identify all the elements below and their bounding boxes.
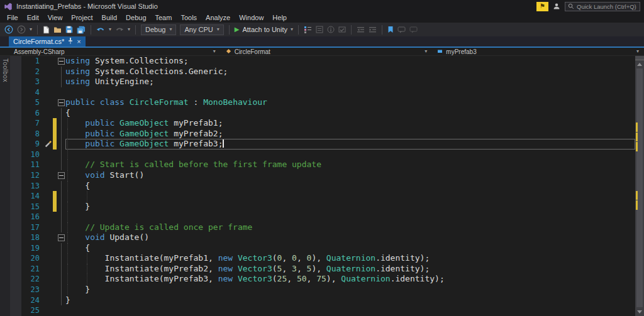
undo-icon[interactable] — [96, 24, 105, 35]
line-number[interactable]: 5 — [21, 97, 43, 108]
line-number[interactable]: 10 — [21, 150, 43, 160]
account-icon[interactable] — [553, 1, 560, 12]
outline-margin[interactable] — [57, 253, 65, 264]
line-number[interactable]: 23 — [21, 285, 43, 295]
breakpoint-margin[interactable] — [10, 295, 21, 306]
breakpoint-margin[interactable] — [10, 202, 21, 212]
outline-margin[interactable] — [57, 264, 65, 275]
quick-launch-box[interactable]: Quick Launch (Ctrl+Q) — [565, 2, 640, 11]
fold-collapse-icon[interactable] — [58, 234, 65, 241]
solution-configuration-dropdown[interactable]: Debug ▾ — [141, 25, 176, 35]
line-number[interactable]: 7 — [21, 118, 43, 129]
scroll-up-arrow-icon[interactable] — [635, 60, 644, 68]
breakpoint-margin[interactable] — [10, 56, 21, 67]
line-number[interactable]: 12 — [21, 170, 43, 181]
save-all-icon[interactable] — [77, 24, 86, 35]
breakpoint-margin[interactable] — [10, 160, 21, 170]
vertical-scrollbar[interactable] — [635, 56, 644, 316]
fold-collapse-icon[interactable] — [58, 58, 65, 65]
breakpoint-margin[interactable] — [10, 253, 21, 264]
menu-build[interactable]: Build — [97, 14, 121, 21]
outline-margin[interactable] — [57, 87, 65, 98]
code-text[interactable] — [65, 305, 635, 316]
scroll-down-arrow-icon[interactable] — [635, 308, 644, 316]
split-handle[interactable] — [635, 56, 644, 60]
redo-icon[interactable] — [115, 24, 124, 35]
line-number[interactable]: 17 — [21, 222, 43, 233]
code-text[interactable]: Instantiate(myPrefab3, new Vector3(25, 5… — [65, 274, 635, 285]
code-text[interactable] — [65, 212, 635, 222]
chevron-down-icon[interactable]: ▾ — [109, 27, 111, 32]
fold-collapse-icon[interactable] — [58, 99, 65, 106]
line-number[interactable]: 4 — [21, 87, 43, 98]
uncomment-icon[interactable] — [409, 24, 418, 35]
line-number[interactable]: 15 — [21, 202, 43, 212]
line-number[interactable]: 24 — [21, 295, 43, 306]
outline-margin[interactable] — [57, 305, 65, 316]
menu-analyze[interactable]: Analyze — [201, 14, 235, 21]
code-text[interactable]: public GameObject myPrefab2; — [65, 129, 635, 139]
code-text[interactable]: { — [65, 243, 635, 254]
open-file-icon[interactable] — [53, 24, 62, 35]
line-number[interactable]: 6 — [21, 108, 43, 119]
nav-forward-icon[interactable] — [17, 24, 26, 35]
breakpoint-margin[interactable] — [10, 285, 21, 295]
outline-margin[interactable] — [57, 243, 65, 254]
chevron-down-icon[interactable]: ▾ — [128, 27, 130, 32]
outline-margin[interactable] — [57, 97, 65, 108]
menu-edit[interactable]: Edit — [23, 14, 43, 21]
menu-window[interactable]: Window — [235, 14, 268, 21]
breakpoint-margin[interactable] — [10, 232, 21, 243]
project-dropdown[interactable]: Assembly-CSharp ▾ — [0, 48, 221, 55]
outline-margin[interactable] — [57, 274, 65, 285]
fold-collapse-icon[interactable] — [58, 172, 65, 179]
outline-margin[interactable] — [57, 118, 65, 129]
outline-margin[interactable] — [57, 181, 65, 192]
code-text[interactable]: using System.Collections; — [65, 56, 635, 67]
line-number[interactable]: 22 — [21, 274, 43, 285]
line-number[interactable]: 18 — [21, 232, 43, 243]
line-number[interactable]: 20 — [21, 253, 43, 264]
outline-margin[interactable] — [57, 77, 65, 87]
menu-project[interactable]: Project — [67, 14, 97, 21]
code-text[interactable]: { — [65, 181, 635, 192]
breakpoint-margin[interactable] — [10, 77, 21, 87]
breakpoint-margin[interactable] — [10, 118, 21, 129]
outline-margin[interactable] — [57, 139, 65, 150]
code-text[interactable]: using System.Collections.Generic; — [65, 67, 635, 77]
increase-indent-icon[interactable] — [369, 24, 377, 35]
menu-view[interactable]: View — [43, 14, 67, 21]
decrease-indent-icon[interactable] — [357, 24, 365, 35]
line-number[interactable]: 19 — [21, 243, 43, 254]
breakpoint-margin[interactable] — [10, 97, 21, 108]
outline-margin[interactable] — [57, 232, 65, 243]
chevron-down-icon[interactable]: ▾ — [30, 27, 32, 32]
line-number[interactable]: 8 — [21, 129, 43, 139]
outline-margin[interactable] — [57, 67, 65, 77]
code-text[interactable]: } — [65, 295, 635, 306]
scrollbar-thumb[interactable] — [636, 68, 643, 307]
code-text[interactable]: public GameObject myPrefab3; — [65, 139, 635, 150]
code-text[interactable]: void Update() — [65, 232, 635, 243]
new-file-icon[interactable] — [43, 24, 50, 35]
breakpoint-margin[interactable] — [10, 264, 21, 275]
menu-file[interactable]: File — [3, 14, 23, 21]
breakpoint-margin[interactable] — [10, 181, 21, 192]
outline-margin[interactable] — [57, 202, 65, 212]
code-text[interactable]: } — [65, 285, 635, 295]
code-text[interactable] — [65, 191, 635, 202]
code-text[interactable]: using UnityEngine; — [65, 77, 635, 87]
line-number[interactable]: 1 — [21, 56, 43, 67]
word-completion-icon[interactable] — [338, 24, 346, 35]
line-number[interactable]: 3 — [21, 77, 43, 87]
code-text[interactable]: // Update is called once per frame — [65, 222, 635, 233]
line-number[interactable]: 14 — [21, 191, 43, 202]
menu-team[interactable]: Team — [151, 14, 177, 21]
member-list-icon[interactable] — [304, 24, 312, 35]
code-text[interactable]: Instantiate(myPrefab1, new Vector3(0, 0,… — [65, 253, 635, 264]
breakpoint-margin[interactable] — [10, 222, 21, 233]
line-number[interactable]: 13 — [21, 181, 43, 192]
code-text[interactable]: } — [65, 202, 635, 212]
solution-platform-dropdown[interactable]: Any CPU ▾ — [180, 25, 223, 35]
outline-margin[interactable] — [57, 129, 65, 139]
